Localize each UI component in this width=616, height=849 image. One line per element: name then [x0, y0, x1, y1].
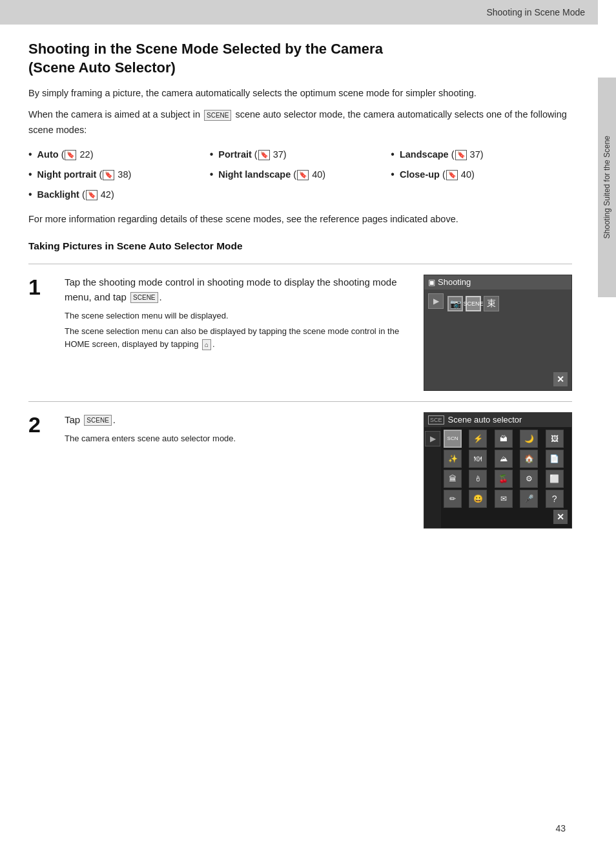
step-1-note2: The scene selection menu can also be dis…	[65, 325, 411, 351]
intro-para2: When the camera is aimed at a subject in…	[28, 107, 572, 137]
scene-item-auto: • Auto (🔖 22)	[28, 145, 210, 163]
camera-side-col-step1: ▶	[428, 293, 444, 309]
camera-ui-step2: SCE Scene auto selector ▶ SCN ⚡ 🏔	[424, 412, 572, 529]
scene-icon-inline: SCENE	[204, 110, 231, 121]
sg-face: 😀	[469, 490, 487, 508]
scene-item-closeup: • Close-up (🔖 40)	[391, 165, 572, 183]
step-2-main-text: Tap SCENE.	[65, 412, 411, 427]
sg-snow: 🏠	[520, 450, 538, 468]
sg-question: ?	[546, 490, 564, 508]
cam-playback-icon-step2: ▶	[425, 431, 440, 446]
sg-museum: 🏛	[444, 470, 462, 488]
cam-icons-row-step1: 📷 SCENE 束	[447, 296, 568, 311]
camera-header-label-step1: Shooting	[438, 277, 471, 287]
scene-item-backlight: • Backlight (🔖 42)	[28, 185, 210, 203]
step-2-content: Tap SCENE. The camera enters scene auto …	[65, 412, 411, 448]
scene-modes-list: • Auto (🔖 22) • Portrait (🔖 37) • Landsc…	[28, 145, 572, 204]
step-1-image: ▣ Shooting ▶ 📷 SCENE 束	[424, 275, 572, 391]
sg-edit: ✏	[444, 490, 462, 508]
sg-fireworks: ✨	[444, 450, 462, 468]
scene-item-night-landscape: • Night landscape (🔖 40)	[210, 165, 391, 183]
sidebar-tab-text: Shooting Suited for the Scene	[602, 136, 611, 238]
step-2: 2 Tap SCENE. The camera enters scene aut…	[28, 401, 572, 539]
sg-cherry: 🍒	[495, 470, 513, 488]
sidebar-tab: Shooting Suited for the Scene	[598, 78, 616, 297]
sg-square: ⬜	[546, 470, 564, 488]
sg-landscape2: 🏔	[495, 430, 513, 448]
camera-header-label-step2: Scene auto selector	[448, 415, 522, 424]
cam-close-btn-step1[interactable]: ✕	[553, 372, 568, 386]
cam-close-btn-step2[interactable]: ✕	[553, 510, 568, 524]
page-title: Shooting in the Scene Mode Selected by t…	[28, 40, 572, 77]
scene-item-night-portrait: • Night portrait (🔖 38)	[28, 165, 210, 183]
sg-pic: 🖼	[546, 430, 564, 448]
sg-food: 🍽	[469, 450, 487, 468]
sg-doc: 📄	[546, 450, 564, 468]
header-title: Shooting in Scene Mode	[486, 7, 585, 17]
step-2-number: 2	[28, 414, 52, 435]
sg-candle: 🕯	[469, 470, 487, 488]
sg-settings: ⚙	[520, 470, 538, 488]
page-wrapper: Shooting in Scene Mode Shooting Suited f…	[0, 0, 616, 849]
scene-item-landscape: • Landscape (🔖 37)	[391, 145, 572, 163]
camera-side-step2: ▶	[424, 427, 441, 528]
cam-scene-icon-selected: SCENE	[466, 296, 481, 311]
step-1-content: Tap the shooting mode control in shootin…	[65, 275, 411, 354]
camera-ui-step1: ▣ Shooting ▶ 📷 SCENE 束	[424, 275, 572, 391]
scene-item-portrait: • Portrait (🔖 37)	[210, 145, 391, 163]
step-2-image: SCE Scene auto selector ▶ SCN ⚡ 🏔	[424, 412, 572, 529]
cam-camera-icon: 📷	[447, 296, 463, 311]
page-number: 43	[555, 823, 566, 833]
sg-letter: ✉	[495, 490, 513, 508]
scene-btn-step1: SCENE	[130, 292, 158, 303]
sg-scene: SCN	[444, 430, 462, 448]
sg-mic: 🎤	[520, 490, 538, 508]
sg-night: 🌙	[520, 430, 538, 448]
cam-playback-icon: ▶	[428, 293, 444, 309]
scene-btn-step2: SCENE	[84, 415, 111, 426]
camera-ui-body-step1: ▶ 📷 SCENE 束	[424, 289, 571, 315]
home-btn-step1: ⌂	[202, 339, 211, 350]
camera-ui-header-step2: SCE Scene auto selector	[424, 413, 571, 427]
scene-icon-grid: SCN ⚡ 🏔 🌙 🖼 ✨ 🍽 ⛰ 🏠 📄 🏛	[444, 430, 569, 508]
step-1: 1 Tap the shooting mode control in shoot…	[28, 264, 572, 401]
main-content: Shooting in the Scene Mode Selected by t…	[0, 25, 598, 849]
sg-flash: ⚡	[469, 430, 487, 448]
more-info: For more information regarding details o…	[28, 212, 572, 227]
step-1-number: 1	[28, 276, 52, 298]
section-heading: Taking Pictures in Scene Auto Selector M…	[28, 240, 572, 252]
step-1-main-text: Tap the shooting mode control in shootin…	[65, 275, 411, 305]
intro-para1: By simply framing a picture, the camera …	[28, 86, 572, 101]
step-2-note1: The camera enters scene auto selector mo…	[65, 432, 411, 445]
camera-ui-header-step1: ▣ Shooting	[424, 275, 571, 289]
cam-kanji-icon: 束	[484, 296, 499, 311]
step-1-note1: The scene selection menu will be display…	[65, 309, 411, 322]
top-header: Shooting in Scene Mode	[0, 0, 598, 25]
sg-mountain: ⛰	[495, 450, 513, 468]
